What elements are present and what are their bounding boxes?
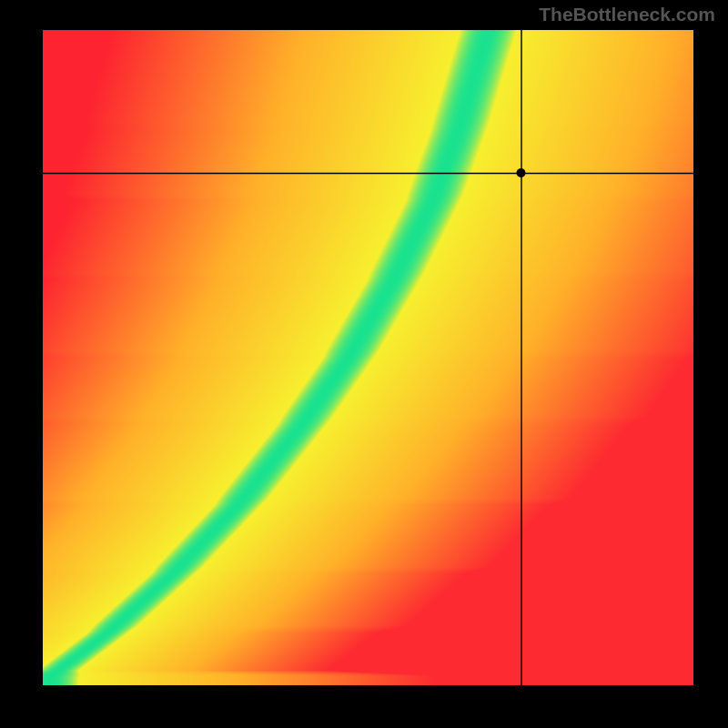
bottleneck-heatmap <box>0 0 728 728</box>
watermark-label: TheBottleneck.com <box>539 4 715 25</box>
chart-container: TheBottleneck.com <box>0 0 728 728</box>
